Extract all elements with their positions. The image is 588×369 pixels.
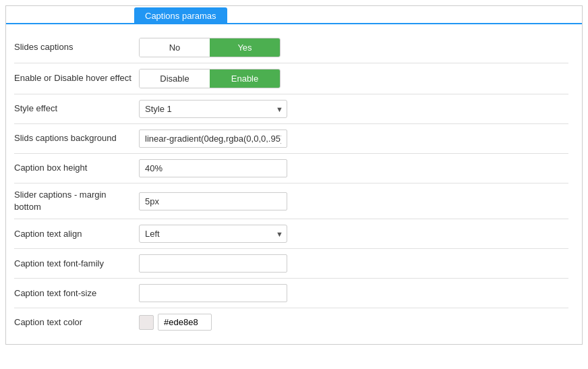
caption-font-family-label: Caption text font-family <box>14 258 139 270</box>
style-effect-label: Style effect <box>14 103 139 115</box>
style-effect-select[interactable]: Style 1 Style 2 Style 3 <box>139 100 287 118</box>
hover-effect-enable-button[interactable]: Enable <box>210 69 280 88</box>
caption-font-size-label: Caption text font-size <box>14 287 139 300</box>
tab-header: Captions paramas <box>6 6 582 24</box>
hover-effect-label: Enable or Disable hover effect <box>14 72 139 84</box>
slides-captions-label: Slides captions <box>14 41 139 53</box>
slider-captions-margin-input[interactable] <box>139 192 287 210</box>
style-effect-control: Style 1 Style 2 Style 3 ▼ <box>139 100 568 118</box>
slider-captions-margin-control <box>139 192 568 210</box>
slides-captions-row: Slides captions No Yes <box>14 32 568 63</box>
style-effect-select-wrapper: Style 1 Style 2 Style 3 ▼ <box>139 100 287 118</box>
settings-panel: Captions paramas Slides captions No Yes … <box>5 5 583 345</box>
caption-font-size-input[interactable] <box>139 284 287 302</box>
slider-captions-margin-label: Slider captions - margin bottom <box>14 189 139 213</box>
captions-background-row: Slids captions background <box>14 124 568 153</box>
caption-text-color-label: Caption text color <box>14 316 139 329</box>
caption-box-height-input[interactable] <box>139 159 287 177</box>
caption-text-align-label: Caption text align <box>14 228 139 240</box>
hover-effect-toggle: Disable Enable <box>139 69 281 88</box>
hover-effect-disable-button[interactable]: Disable <box>140 69 210 88</box>
hover-effect-row: Enable or Disable hover effect Disable E… <box>14 63 568 94</box>
hover-effect-control: Disable Enable <box>139 69 568 88</box>
caption-font-family-control <box>139 254 568 273</box>
caption-font-size-control <box>139 284 568 302</box>
caption-text-align-control: Left Center Right ▼ <box>139 225 568 243</box>
caption-text-color-row: Caption text color <box>14 308 568 336</box>
caption-box-height-row: Caption box height <box>14 154 568 183</box>
slides-captions-toggle: No Yes <box>139 38 281 57</box>
slides-captions-control: No Yes <box>139 38 568 57</box>
captions-background-input[interactable] <box>139 130 287 148</box>
slider-captions-margin-row: Slider captions - margin bottom <box>14 183 568 219</box>
tab-captions-paramas[interactable]: Captions paramas <box>134 7 227 24</box>
color-swatch[interactable] <box>139 315 154 330</box>
caption-box-height-control <box>139 159 568 177</box>
caption-text-color-control <box>139 314 568 331</box>
captions-background-control <box>139 130 568 148</box>
caption-text-align-select-wrapper: Left Center Right ▼ <box>139 225 287 243</box>
caption-font-family-row: Caption text font-family <box>14 249 568 278</box>
slides-captions-yes-button[interactable]: Yes <box>210 38 280 57</box>
form-body: Slides captions No Yes Enable or Disable… <box>6 24 582 344</box>
slides-captions-no-button[interactable]: No <box>140 38 210 57</box>
caption-text-align-select[interactable]: Left Center Right <box>139 225 287 243</box>
caption-font-size-row: Caption text font-size <box>14 279 568 308</box>
style-effect-row: Style effect Style 1 Style 2 Style 3 ▼ <box>14 94 568 123</box>
captions-background-label: Slids captions background <box>14 132 139 144</box>
caption-text-color-input[interactable] <box>158 314 212 331</box>
caption-text-align-row: Caption text align Left Center Right ▼ <box>14 219 568 248</box>
caption-font-family-input[interactable] <box>139 254 287 273</box>
caption-box-height-label: Caption box height <box>14 162 139 174</box>
color-picker-group <box>139 314 212 331</box>
